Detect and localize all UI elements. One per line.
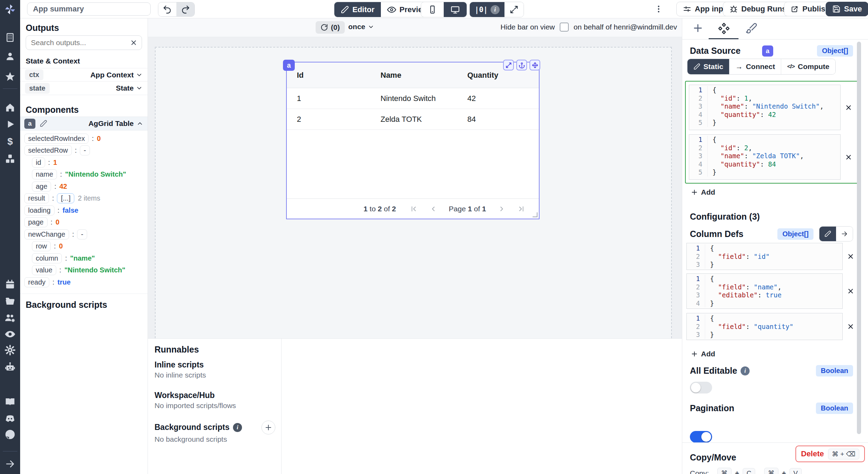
- delete-component-button[interactable]: Delete ⌘ + ⌫: [795, 446, 865, 462]
- styling-brush-tab[interactable]: [745, 22, 757, 34]
- schedule-dropdown[interactable]: once: [348, 23, 374, 31]
- output-key-chip[interactable]: ready: [24, 277, 49, 287]
- folders-icon[interactable]: [0, 296, 20, 306]
- output-entry[interactable]: selectedRow:-: [20, 145, 148, 157]
- output-entry[interactable]: loading:false: [20, 204, 148, 217]
- delete-item-icon[interactable]: [845, 323, 857, 330]
- first-page-icon[interactable]: [410, 205, 418, 213]
- output-key-chip[interactable]: selectedRow: [24, 145, 72, 155]
- aggrid-table-component[interactable]: a Id Name Quantity 1Nintendo Switch422Ze…: [286, 62, 540, 219]
- code-line[interactable]: 2 "field": "name",: [687, 283, 842, 291]
- connect-mode-tab[interactable]: → Connect: [729, 59, 781, 74]
- output-expand-chip[interactable]: [...]: [57, 193, 74, 203]
- output-key-chip[interactable]: age: [32, 181, 51, 192]
- output-entry[interactable]: ready:true: [20, 276, 148, 288]
- audit-eye-icon[interactable]: [0, 329, 20, 340]
- json-editor[interactable]: 1{2 "id": 2,3 "name": "Zelda TOTK",4 "qu…: [689, 135, 840, 178]
- output-entry[interactable]: id:1: [20, 156, 148, 169]
- component-badge[interactable]: a: [283, 60, 295, 71]
- code-line[interactable]: 3}: [687, 261, 842, 269]
- output-entry[interactable]: name:"Nintendo Switch": [20, 169, 148, 181]
- code-line[interactable]: 1{: [687, 275, 842, 283]
- output-entry[interactable]: row:0: [20, 240, 148, 253]
- anchor-icon[interactable]: [516, 60, 527, 70]
- output-key-chip[interactable]: result: [24, 193, 49, 203]
- code-line[interactable]: 3 "name": "Zelda TOTK",: [689, 152, 840, 160]
- code-line[interactable]: 4 "quantity": 42: [689, 111, 840, 119]
- state-row[interactable]: state State: [20, 82, 148, 95]
- add-background-script-button[interactable]: [261, 421, 275, 434]
- delete-item-icon[interactable]: [845, 253, 857, 260]
- compute-mode-tab[interactable]: </> Compute: [781, 59, 835, 74]
- discord-icon[interactable]: [0, 413, 20, 424]
- insert-component-tab[interactable]: [692, 22, 704, 34]
- component-header-row[interactable]: a AgGrid Table: [20, 117, 148, 130]
- delete-item-icon[interactable]: [843, 104, 854, 111]
- output-value-chip[interactable]: -: [80, 145, 90, 155]
- settings-gear-icon[interactable]: [0, 345, 20, 356]
- add-data-item-button[interactable]: Add: [691, 188, 715, 196]
- next-page-icon[interactable]: [498, 205, 506, 213]
- output-key-chip[interactable]: selectedRowIndex: [24, 134, 89, 144]
- output-entry[interactable]: value:"Nintendo Switch": [20, 264, 148, 277]
- json-editor[interactable]: 1{2 "id": 1,3 "name": "Nintendo Switch",…: [689, 85, 840, 128]
- redo-button[interactable]: [176, 2, 194, 16]
- code-line[interactable]: 1{: [689, 136, 840, 144]
- add-column-def-button[interactable]: Add: [691, 350, 715, 358]
- output-key-chip[interactable]: name: [32, 169, 57, 179]
- edit-pencil-toggle[interactable]: [819, 227, 836, 241]
- undo-button[interactable]: [158, 2, 176, 16]
- output-key-chip[interactable]: row: [32, 241, 51, 251]
- code-line[interactable]: 3 "editable": true: [687, 291, 842, 299]
- code-line[interactable]: 5}: [689, 119, 840, 127]
- desktop-view-button[interactable]: [444, 2, 467, 17]
- code-line[interactable]: 5}: [689, 168, 840, 177]
- code-line[interactable]: 3}: [687, 331, 842, 339]
- save-button[interactable]: Save: [826, 2, 868, 16]
- output-entry[interactable]: selectedRowIndex:0: [20, 133, 148, 145]
- last-page-icon[interactable]: [517, 205, 525, 213]
- panel-scrollbar[interactable]: [857, 42, 861, 434]
- output-entry[interactable]: age:42: [20, 180, 148, 193]
- json-editor[interactable]: 1{2 "field": "quantity"3}: [687, 313, 842, 340]
- output-entry[interactable]: page:0: [20, 217, 148, 229]
- code-line[interactable]: 3 "name": "Nintendo Switch",: [689, 102, 840, 111]
- column-header[interactable]: Id: [287, 71, 370, 80]
- output-key-chip[interactable]: page: [24, 217, 48, 227]
- code-line[interactable]: 2 "field": "quantity": [687, 323, 842, 331]
- all-editable-toggle[interactable]: [690, 382, 712, 393]
- github-icon[interactable]: [0, 429, 20, 440]
- workspace-building-icon[interactable]: [0, 32, 20, 43]
- code-line[interactable]: 4 "quantity": 84: [689, 160, 840, 169]
- code-line[interactable]: 4}: [687, 299, 842, 308]
- code-line[interactable]: 1{: [689, 86, 840, 94]
- output-key-chip[interactable]: newChange: [24, 229, 69, 239]
- prev-page-icon[interactable]: [429, 205, 437, 213]
- static-mode-tab[interactable]: Static: [687, 59, 729, 74]
- runs-play-icon[interactable]: [0, 119, 20, 129]
- code-line[interactable]: 1{: [687, 244, 842, 253]
- code-line[interactable]: 2 "id": 2,: [689, 144, 840, 152]
- table-row[interactable]: 2Zelda TOTK84: [287, 109, 539, 130]
- fullscreen-button[interactable]: [504, 2, 524, 17]
- output-key-chip[interactable]: value: [32, 265, 56, 275]
- collapse-arrow-icon[interactable]: [0, 459, 20, 469]
- code-line[interactable]: 2 "id": 1,: [689, 94, 840, 103]
- ctx-row[interactable]: ctx App Context: [20, 68, 148, 82]
- pagination-toggle[interactable]: [690, 431, 712, 443]
- resize-handle[interactable]: [533, 212, 537, 217]
- json-editor[interactable]: 1{2 "field": "id"3}: [687, 243, 842, 270]
- connect-arrow-toggle[interactable]: [836, 227, 853, 241]
- ai-robot-icon[interactable]: [0, 361, 20, 372]
- groups-users-gear-icon[interactable]: [0, 312, 20, 323]
- output-entry[interactable]: column:"name": [20, 252, 148, 264]
- output-key-chip[interactable]: id: [32, 158, 45, 168]
- column-header[interactable]: Quantity: [457, 71, 539, 80]
- app-summary-input[interactable]: [27, 2, 151, 16]
- code-line[interactable]: 2 "field": "id": [687, 253, 842, 261]
- favorites-star-icon[interactable]: [0, 71, 20, 82]
- output-value-chip[interactable]: -: [77, 229, 87, 239]
- json-editor[interactable]: 1{2 "field": "name",3 "editable": true4}: [687, 274, 842, 308]
- search-outputs-input[interactable]: [26, 39, 130, 47]
- kebab-menu-icon[interactable]: [654, 5, 663, 14]
